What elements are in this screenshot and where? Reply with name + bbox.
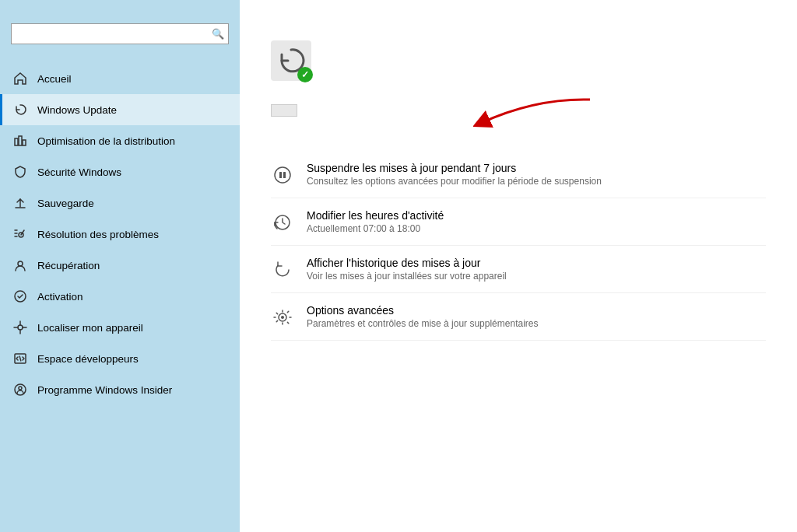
activation-icon: [12, 289, 28, 304]
windows-update-icon: [12, 102, 28, 117]
sidebar-item-label-recuperation: Récupération: [37, 260, 100, 271]
search-icon: 🔍: [212, 28, 224, 40]
svg-point-17: [275, 167, 290, 183]
heures-icon: [271, 211, 294, 234]
historique-icon: [271, 258, 294, 282]
sidebar-item-windows-update[interactable]: Windows Update: [0, 94, 240, 125]
sidebar-item-label-windows-update: Windows Update: [37, 104, 117, 116]
sidebar-item-sauvegarde[interactable]: Sauvegarde: [0, 187, 240, 219]
accueil-icon: [12, 71, 28, 86]
status-section: ✓: [271, 39, 766, 81]
red-arrow: [473, 92, 598, 138]
historique-title: Afficher l'historique des mises à jour: [307, 257, 507, 269]
check-updates-button[interactable]: [271, 104, 297, 117]
suspend-title: Suspendre les mises à jour pendant 7 jou…: [307, 162, 602, 174]
localiser-icon: [12, 320, 28, 335]
sidebar-item-label-espace-dev: Espace développeurs: [37, 353, 139, 365]
options-list: Suspendre les mises à jour pendant 7 jou…: [271, 151, 766, 341]
sidebar-item-label-accueil: Accueil: [37, 73, 72, 85]
suspend-icon: [271, 163, 294, 187]
sidebar-header: [0, 0, 240, 19]
sidebar-item-label-securite: Sécurité Windows: [37, 166, 121, 178]
recuperation-icon: [12, 257, 28, 273]
sidebar-item-recuperation[interactable]: Récupération: [0, 250, 240, 281]
sidebar-item-accueil[interactable]: Accueil: [0, 63, 240, 94]
sidebar-item-securite[interactable]: Sécurité Windows: [0, 156, 240, 187]
main-content: ✓ Suspendre les mises à jour pendant 7 j…: [240, 0, 797, 532]
heures-title: Modifier les heures d'activité: [307, 209, 444, 222]
options-avancees-icon: [271, 306, 294, 329]
heures-subtitle: Actuellement 07:00 à 18:00: [307, 223, 444, 234]
svg-rect-0: [15, 138, 18, 145]
sidebar-item-label-resolution: Résolution des problèmes: [37, 229, 159, 240]
optimisation-icon: [12, 133, 28, 149]
status-check-icon: ✓: [297, 67, 313, 82]
suspend-text-wrap: Suspendre les mises à jour pendant 7 jou…: [307, 162, 602, 187]
svg-line-13: [19, 356, 21, 361]
sidebar-item-activation[interactable]: Activation: [0, 281, 240, 312]
sidebar-item-resolution[interactable]: Résolution des problèmes: [0, 219, 240, 250]
resolution-icon: [12, 226, 28, 242]
sidebar-item-optimisation[interactable]: Optimisation de la distribution: [0, 125, 240, 156]
securite-icon: [12, 164, 28, 180]
svg-point-7: [18, 325, 23, 330]
options-avancees-text-wrap: Options avancéesParamètres et contrôles …: [307, 304, 538, 329]
svg-point-5: [18, 261, 23, 266]
option-item-options-avancees[interactable]: Options avancéesParamètres et contrôles …: [271, 293, 766, 341]
sidebar-item-espace-dev[interactable]: Espace développeurs: [0, 343, 240, 374]
option-item-heures[interactable]: Modifier les heures d'activitéActuelleme…: [271, 198, 766, 246]
sidebar-item-label-insider: Programme Windows Insider: [37, 384, 172, 396]
sidebar-item-label-localiser: Localiser mon appareil: [37, 322, 143, 334]
sidebar: 🔍 AccueilWindows UpdateOptimisation de l…: [0, 0, 240, 532]
svg-rect-19: [283, 172, 286, 178]
svg-point-15: [19, 387, 22, 390]
insider-icon: [12, 382, 28, 397]
svg-rect-2: [23, 140, 26, 145]
section-label: [0, 52, 240, 63]
sidebar-item-label-optimisation: Optimisation de la distribution: [37, 135, 175, 147]
search-input[interactable]: [11, 23, 229, 44]
historique-subtitle: Voir les mises à jour installées sur vot…: [307, 271, 507, 282]
option-item-suspend[interactable]: Suspendre les mises à jour pendant 7 jou…: [271, 151, 766, 198]
nav-list: AccueilWindows UpdateOptimisation de la …: [0, 63, 240, 405]
svg-rect-18: [279, 172, 282, 178]
heures-text-wrap: Modifier les heures d'activitéActuelleme…: [307, 209, 444, 234]
update-icon-wrap: ✓: [271, 40, 311, 81]
sidebar-item-label-activation: Activation: [37, 291, 83, 303]
sidebar-item-label-sauvegarde: Sauvegarde: [37, 198, 94, 209]
historique-text-wrap: Afficher l'historique des mises à jourVo…: [307, 257, 507, 282]
espace-dev-icon: [12, 351, 28, 366]
suspend-subtitle: Consultez les options avancées pour modi…: [307, 176, 602, 187]
options-avancees-title: Options avancées: [307, 304, 538, 317]
sidebar-item-localiser[interactable]: Localiser mon appareil: [0, 312, 240, 343]
option-item-historique[interactable]: Afficher l'historique des mises à jourVo…: [271, 246, 766, 293]
search-wrapper: 🔍: [0, 19, 240, 52]
sidebar-item-insider[interactable]: Programme Windows Insider: [0, 374, 240, 405]
sauvegarde-icon: [12, 195, 28, 211]
search-icon-button[interactable]: 🔍: [212, 28, 224, 40]
svg-rect-1: [19, 136, 22, 145]
options-avancees-subtitle: Paramètres et contrôles de mise à jour s…: [307, 318, 538, 329]
